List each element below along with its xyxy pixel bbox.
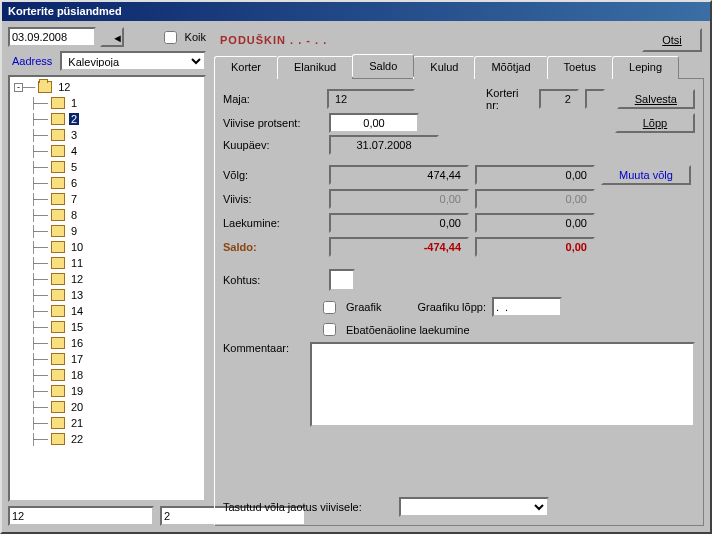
tab-mootjad[interactable]: Mõõtjad [474, 56, 547, 79]
korterinr-extra [585, 89, 605, 109]
change-debt-button[interactable]: Muuta võlg [601, 165, 691, 185]
tree-view[interactable]: -──12├──1├──2├──3├──4├──5├──6├──7├──8├──… [8, 75, 206, 502]
tree-child-node[interactable]: ├──12 [10, 271, 204, 287]
tab-body: Maja: 12 Korteri nr: 2 Salvesta Viivise … [214, 79, 704, 526]
tree-child-node[interactable]: ├──22 [10, 431, 204, 447]
row-comment: Kommentaar: [223, 342, 695, 427]
saldo-b: 0,00 [475, 237, 595, 257]
tree-child-node[interactable]: ├──3 [10, 127, 204, 143]
saldo-a: -474,44 [329, 237, 469, 257]
tree-child-label: 20 [69, 401, 85, 413]
tasutud-select[interactable] [399, 497, 549, 517]
korterinr-label: Korteri nr: [486, 87, 533, 111]
maja-value: 12 [327, 89, 415, 109]
tab-elanikud[interactable]: Elanikud [277, 56, 353, 79]
date-input[interactable] [8, 27, 96, 47]
folder-icon [51, 417, 65, 429]
tab-korter[interactable]: Korter [214, 56, 278, 79]
volg-a: 474,44 [329, 165, 469, 185]
tree-child-label: 17 [69, 353, 85, 365]
tab-toetus[interactable]: Toetus [547, 56, 613, 79]
row-ebat: Ebatõenäoline laekumine [223, 323, 695, 336]
values-grid: Võlg: 474,44 0,00 Muuta võlg Viivis: 0,0… [223, 165, 695, 257]
tree-child-label: 11 [69, 257, 85, 269]
bottom-input-1[interactable] [8, 506, 154, 526]
tree-child-node[interactable]: ├──17 [10, 351, 204, 367]
client-area: ◄ Koik Aadress Kalevipoja -──12├──1├──2├… [2, 21, 710, 532]
tree-child-node[interactable]: ├──18 [10, 367, 204, 383]
folder-icon [51, 369, 65, 381]
folder-icon [51, 225, 65, 237]
tree-child-node[interactable]: ├──6 [10, 175, 204, 191]
tree-child-node[interactable]: ├──8 [10, 207, 204, 223]
tree-child-node[interactable]: ├──7 [10, 191, 204, 207]
tree-child-label: 21 [69, 417, 85, 429]
tab-saldo[interactable]: Saldo [352, 54, 414, 77]
tree-child-label: 6 [69, 177, 79, 189]
volg-b: 0,00 [475, 165, 595, 185]
tree-root-node[interactable]: -──12 [10, 79, 204, 95]
search-button[interactable]: Otsi [642, 28, 702, 52]
bottom-inputs [8, 506, 206, 526]
tree-child-node[interactable]: ├──14 [10, 303, 204, 319]
tree-child-node[interactable]: ├──15 [10, 319, 204, 335]
comment-textarea[interactable] [310, 342, 695, 427]
tree-child-node[interactable]: ├──4 [10, 143, 204, 159]
graafiku-lopp-label: Graafiku lõpp: [417, 301, 485, 313]
volg-label: Võlg: [223, 169, 323, 181]
end-button[interactable]: Lõpp [615, 113, 695, 133]
tree-child-node[interactable]: ├──21 [10, 415, 204, 431]
maja-label: Maja: [223, 93, 321, 105]
graafiku-lopp-input[interactable] [492, 297, 562, 317]
tree-child-node[interactable]: ├──2 [10, 111, 204, 127]
address-select[interactable]: Kalevipoja [60, 51, 206, 71]
viivis-b: 0,00 [475, 189, 595, 209]
kuupaev-value: 31.07.2008 [329, 135, 439, 155]
tree-child-node[interactable]: ├──5 [10, 159, 204, 175]
folder-icon [51, 401, 65, 413]
tree-child-node[interactable]: ├──20 [10, 399, 204, 415]
window: Korterite püsiandmed ◄ Koik Aadress Kale… [0, 0, 712, 534]
tree-child-node[interactable]: ├──16 [10, 335, 204, 351]
koik-checkbox[interactable] [164, 31, 177, 44]
folder-icon [51, 97, 65, 109]
korterinr-value: 2 [539, 89, 578, 109]
header-row: PODUŠKIN . . - . . Otsi [214, 27, 704, 53]
tree-child-label: 7 [69, 193, 79, 205]
folder-icon [51, 273, 65, 285]
tree-child-node[interactable]: ├──9 [10, 223, 204, 239]
kohtus-input[interactable] [329, 269, 355, 291]
folder-icon [51, 161, 65, 173]
tree-child-node[interactable]: ├──1 [10, 95, 204, 111]
tenant-name: PODUŠKIN . . - . . [220, 34, 327, 46]
save-button[interactable]: Salvesta [617, 89, 695, 109]
tree-child-node[interactable]: ├──11 [10, 255, 204, 271]
viivise-input[interactable] [329, 113, 419, 133]
right-pane: PODUŠKIN . . - . . Otsi Korter Elanikud … [212, 21, 710, 532]
viivis-a: 0,00 [329, 189, 469, 209]
tasutud-label: Tasutud võla jaotus viivisele: [223, 501, 393, 513]
graafik-checkbox[interactable] [323, 301, 336, 314]
laek-b: 0,00 [475, 213, 595, 233]
tree-child-node[interactable]: ├──13 [10, 287, 204, 303]
tab-leping[interactable]: Leping [612, 56, 679, 79]
tree-child-node[interactable]: ├──19 [10, 383, 204, 399]
tree-child-label: 2 [69, 113, 79, 125]
window-title: Korterite püsiandmed [8, 5, 122, 17]
row-viivise: Viivise protsent: Lõpp [223, 113, 695, 133]
expand-icon[interactable]: - [14, 83, 23, 92]
tree-child-label: 1 [69, 97, 79, 109]
folder-icon [51, 113, 65, 125]
address-row: Aadress Kalevipoja [8, 51, 206, 71]
tree-child-node[interactable]: ├──10 [10, 239, 204, 255]
tab-strip: Korter Elanikud Saldo Kulud Mõõtjad Toet… [214, 55, 704, 79]
ebat-checkbox[interactable] [323, 323, 336, 336]
tree-child-label: 8 [69, 209, 79, 221]
folder-icon [51, 289, 65, 301]
tab-kulud[interactable]: Kulud [413, 56, 475, 79]
koik-text: Koik [185, 31, 206, 43]
date-prev-button[interactable]: ◄ [100, 27, 124, 47]
folder-icon [51, 433, 65, 445]
folder-icon [51, 209, 65, 221]
koik-checkbox-label[interactable]: Koik [164, 31, 206, 44]
